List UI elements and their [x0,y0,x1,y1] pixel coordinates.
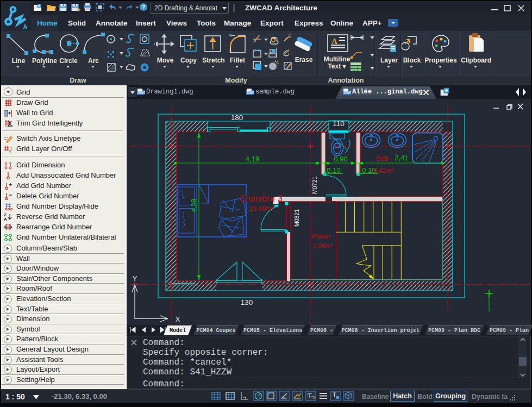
svg-text:DWG: DWG [137,91,145,95]
svg-text:X: X [176,315,180,323]
svg-text:Chambre 3: Chambre 3 [239,194,282,203]
svg-text:DWG: DWG [247,91,254,95]
svg-text:0,10: 0,10 [327,166,340,174]
svg-text:3,08m²: 3,08m² [313,242,333,249]
svg-text:180: 180 [231,114,243,122]
svg-text:Sdb: Sdb [375,154,389,162]
svg-text:15,49m²: 15,49m² [249,205,274,212]
svg-text:M0721: M0721 [311,177,318,194]
svg-text:4,28: 4,28 [190,199,198,212]
svg-text:A: A [4,217,7,221]
svg-text:A: A [331,37,337,46]
svg-text:A: A [23,23,28,31]
svg-text:M0821: M0821 [293,209,300,227]
svg-text:2,41: 2,41 [395,154,408,162]
svg-text:0,90: 0,90 [334,155,347,163]
svg-text:DWG: DWG [343,91,351,95]
svg-text:6,42m²: 6,42m² [373,167,393,174]
svg-text:?: ? [142,4,145,10]
svg-text:4,19: 4,19 [246,155,259,163]
svg-text:110: 110 [333,120,345,128]
svg-text:Palier: Palier [312,232,331,240]
svg-text:130: 130 [241,298,253,306]
svg-text:Y: Y [133,274,137,283]
